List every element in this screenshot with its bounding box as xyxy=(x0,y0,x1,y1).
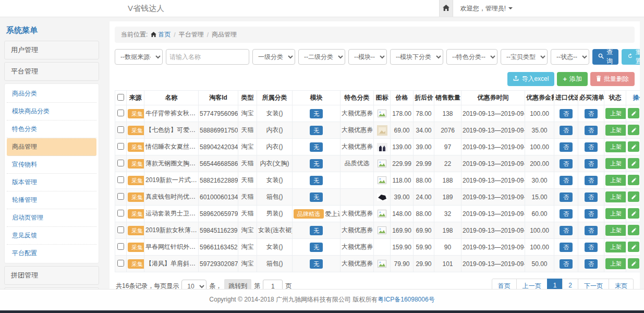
source-badge: 采集 xyxy=(128,126,144,135)
status-button[interactable]: 上架 xyxy=(605,242,626,252)
row-checkbox[interactable] xyxy=(117,110,124,116)
status-button[interactable]: 上架 xyxy=(605,125,626,136)
row-checkbox[interactable] xyxy=(117,143,124,150)
status-button[interactable]: 上架 xyxy=(605,141,626,152)
row-checkbox[interactable] xyxy=(117,126,124,133)
level1-category-select[interactable]: 一级分类 xyxy=(252,49,295,65)
row-checkbox[interactable] xyxy=(117,226,124,233)
edit-button[interactable] xyxy=(628,225,639,235)
row-checkbox[interactable] xyxy=(117,176,124,183)
module-select[interactable]: --模块-- xyxy=(348,49,387,65)
source-select[interactable]: --数据来源-- xyxy=(115,49,163,65)
edit-button[interactable] xyxy=(628,208,639,219)
sidebar-item-意见反馈[interactable]: 意见反馈 xyxy=(7,227,96,245)
product-category: 女装() xyxy=(257,172,293,189)
edit-button[interactable] xyxy=(628,125,639,135)
row-checkbox[interactable] xyxy=(117,260,124,267)
must-buy-badge[interactable]: 否 xyxy=(585,209,598,219)
pager-page-1[interactable]: 1 xyxy=(547,279,563,289)
batch-delete-button[interactable]: 批量删除 xyxy=(590,72,635,86)
taoke-id: 601000601341 xyxy=(199,189,238,206)
pager-first[interactable]: 首页 xyxy=(492,279,517,289)
must-buy-badge[interactable]: 否 xyxy=(585,259,598,269)
sidebar-item-轮播管理[interactable]: 轮播管理 xyxy=(7,191,96,209)
product-category: 箱包() xyxy=(257,256,293,272)
must-buy-badge[interactable]: 否 xyxy=(585,159,598,168)
add-button[interactable]: + 添加 xyxy=(557,72,588,86)
imported-badge[interactable]: 否 xyxy=(560,159,573,168)
must-buy-badge[interactable]: 否 xyxy=(585,126,598,135)
row-checkbox[interactable] xyxy=(117,243,124,250)
sidebar-item-版本管理[interactable]: 版本管理 xyxy=(7,174,96,191)
select-all-checkbox[interactable] xyxy=(117,94,124,101)
pager-prev[interactable]: 上一页 xyxy=(516,279,548,289)
reset-button[interactable]: 重置 xyxy=(622,49,640,65)
edit-button[interactable] xyxy=(628,158,639,168)
imported-badge[interactable]: 否 xyxy=(560,176,573,185)
row-checkbox[interactable] xyxy=(117,193,124,200)
sidebar-item-商品分类[interactable]: 商品分类 xyxy=(7,85,96,103)
status-button[interactable]: 上架 xyxy=(605,191,626,202)
must-buy-badge[interactable]: 否 xyxy=(585,226,598,235)
status-button[interactable]: 上架 xyxy=(605,225,626,236)
edit-button[interactable] xyxy=(628,175,639,185)
pager-page-2[interactable]: 2 xyxy=(562,279,578,289)
icp-link[interactable]: 粤ICP备16098006号 xyxy=(378,296,434,303)
sidebar-item-启动页管理[interactable]: 启动页管理 xyxy=(7,209,96,227)
col-feature: 特色分类 xyxy=(341,91,374,105)
imported-badge[interactable]: 否 xyxy=(560,243,573,252)
must-buy-badge[interactable]: 否 xyxy=(585,109,598,118)
status-button[interactable]: 上架 xyxy=(605,175,626,186)
edit-button[interactable] xyxy=(628,242,639,252)
user-menu[interactable]: 欢迎您，管理员! xyxy=(460,4,513,13)
must-buy-badge[interactable]: 否 xyxy=(585,142,598,152)
must-buy-badge[interactable]: 否 xyxy=(585,192,598,202)
sidebar-item-商品管理[interactable]: 商品管理 xyxy=(7,138,96,156)
edit-button[interactable] xyxy=(628,258,639,269)
must-buy-badge[interactable]: 否 xyxy=(585,243,598,252)
module-sub-select[interactable]: --模块下分类-- xyxy=(390,49,443,65)
imported-badge[interactable]: 否 xyxy=(560,126,573,135)
imported-badge[interactable]: 否 xyxy=(560,209,573,219)
search-button[interactable]: 查询 xyxy=(592,49,618,65)
breadcrumb-item-platform[interactable]: 平台管理 xyxy=(179,30,204,39)
pager-last[interactable]: 末页 xyxy=(609,279,634,289)
status-button[interactable]: 上架 xyxy=(605,108,626,119)
edit-button[interactable] xyxy=(628,191,639,202)
import-excel-button[interactable]: 导入excel xyxy=(507,72,554,86)
row-checkbox[interactable] xyxy=(117,210,124,216)
imported-badge[interactable]: 否 xyxy=(560,226,573,235)
jump-button[interactable]: 跳转到 xyxy=(224,279,251,289)
sidebar-item-模块商品分类[interactable]: 模块商品分类 xyxy=(7,103,96,121)
feature-category-select[interactable]: --特色分类-- xyxy=(446,49,497,65)
sidebar-item-平台配置[interactable]: 平台配置 xyxy=(7,245,96,262)
sidebar-section-用户管理[interactable]: 用户管理 xyxy=(4,41,99,59)
sidebar-section-平台管理[interactable]: 平台管理 xyxy=(4,62,99,81)
name-search-input[interactable] xyxy=(166,49,249,65)
row-checkbox[interactable] xyxy=(117,160,124,166)
sidebar-section-拼团管理[interactable]: 拼团管理 xyxy=(4,266,99,285)
must-buy-badge[interactable]: 否 xyxy=(585,176,598,185)
product-type: 天猫 xyxy=(238,189,257,206)
sidebar-item-宣传物料[interactable]: 宣传物料 xyxy=(7,156,96,174)
imported-badge[interactable]: 否 xyxy=(560,109,573,118)
jump-page-input[interactable] xyxy=(263,280,283,290)
status-select[interactable]: --状态-- xyxy=(551,49,589,65)
edit-button[interactable] xyxy=(628,108,639,118)
per-page-select[interactable]: 10 xyxy=(181,280,206,290)
status-button[interactable]: 上架 xyxy=(605,258,626,269)
edit-button[interactable] xyxy=(628,141,639,152)
imported-badge[interactable]: 否 xyxy=(560,142,573,152)
imported-badge[interactable]: 否 xyxy=(560,192,573,202)
home-button[interactable] xyxy=(439,0,453,17)
status-button[interactable]: 上架 xyxy=(605,158,626,169)
table-row: 采集运动套装男士卫衣初秋...589620659791天猫男装()品牌精选爱上运… xyxy=(115,206,640,222)
imported-badge[interactable]: 否 xyxy=(560,259,573,269)
pager-next[interactable]: 下一页 xyxy=(578,279,609,289)
level2-category-select[interactable]: --二级分类-- xyxy=(298,49,345,65)
item-type-select[interactable]: --宝贝类型-- xyxy=(501,49,548,65)
breadcrumb-home-link[interactable]: 首页 xyxy=(151,30,171,39)
status-button[interactable]: 上架 xyxy=(605,208,626,219)
sidebar-item-特色分类[interactable]: 特色分类 xyxy=(7,121,96,138)
discount-price: 34.00 xyxy=(414,122,434,139)
